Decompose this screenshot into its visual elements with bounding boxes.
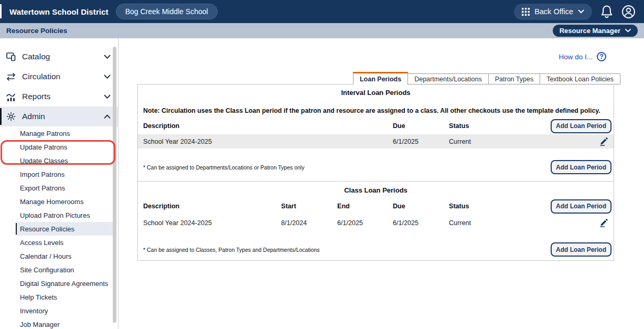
help-link[interactable]: How do I... ?	[559, 52, 606, 61]
column-description: Description	[143, 203, 281, 210]
sidebar-item-update-patrons[interactable]: Update Patrons	[16, 140, 114, 154]
sidebar-item-inventory[interactable]: Inventory	[16, 304, 114, 317]
add-loan-period-button[interactable]: Add Loan Period	[551, 160, 611, 174]
chevron-down-icon	[625, 29, 631, 33]
sub-item-label: Digital Signature Agreements	[20, 280, 108, 288]
column-description: Description	[143, 122, 393, 130]
tab-loan-periods[interactable]: Loan Periods	[353, 72, 408, 84]
class-footnote-row: * Can be assigned to Classes, Patron Typ…	[138, 242, 614, 257]
add-loan-period-button[interactable]: Add Loan Period	[551, 242, 611, 257]
back-office-label: Back Office	[534, 7, 573, 16]
cell-description: School Year 2024-2025	[143, 219, 281, 227]
sidebar-item-export-patrons[interactable]: Export Patrons	[16, 181, 114, 195]
cell-start: 8/1/2024	[281, 219, 337, 227]
left-edge-notch	[0, 4, 2, 18]
active-item-indicator	[16, 223, 17, 235]
sub-item-label: Upload Patron Pictures	[20, 211, 90, 219]
tab-patron-types[interactable]: Patron Types	[488, 73, 540, 84]
sidebar-item-label: Catalog	[22, 52, 50, 61]
tab-departments-locations[interactable]: Departments/Locations	[407, 73, 489, 84]
interval-table-header: Description Due Status Add Loan Period	[138, 119, 614, 133]
topbar-actions: Back Office	[514, 4, 636, 20]
sub-item-label: Export Patrons	[20, 184, 65, 192]
cell-description: School Year 2024-2025	[143, 138, 393, 145]
column-due: Due	[393, 122, 449, 130]
add-loan-period-button[interactable]: Add Loan Period	[551, 119, 611, 133]
cell-end: 6/1/2025	[337, 219, 393, 227]
sub-item-label: Import Patrons	[20, 171, 65, 178]
add-loan-period-button[interactable]: Add Loan Period	[551, 199, 611, 214]
sidebar-item-upload-patron-pictures[interactable]: Upload Patron Pictures	[16, 208, 114, 222]
back-office-dropdown[interactable]: Back Office	[514, 4, 592, 20]
sub-item-label: Job Manager	[20, 321, 60, 328]
chevron-up-icon	[104, 114, 111, 119]
sidebar-item-reports[interactable]: Reports	[0, 87, 118, 107]
gear-icon	[6, 112, 18, 121]
user-account-icon[interactable]	[621, 5, 636, 19]
column-status: Status	[449, 203, 561, 210]
sidebar-item-digital-signature-agreements[interactable]: Digital Signature Agreements	[16, 277, 114, 290]
notifications-bell-icon[interactable]	[600, 5, 613, 18]
chevron-down-icon	[578, 9, 584, 14]
column-status: Status	[449, 122, 561, 130]
cell-due: 6/1/2025	[393, 138, 449, 145]
chevron-down-icon	[104, 75, 111, 79]
sub-item-label: Update Patrons	[20, 143, 67, 151]
sidebar-item-circulation[interactable]: Circulation	[0, 67, 118, 87]
cell-status: Current	[449, 219, 561, 227]
loan-periods-panel: Interval Loan Periods Note: Circulation …	[137, 84, 614, 261]
main-content: How do I... ? Loan Periods Departments/L…	[119, 38, 644, 329]
sub-item-label: Resource Policies	[20, 225, 74, 233]
sub-item-label: Site Configuration	[20, 266, 74, 274]
role-selector-label: Resource Manager	[560, 27, 620, 35]
sidebar-item-job-manager[interactable]: Job Manager	[16, 317, 114, 329]
sub-item-label: Update Classes	[20, 157, 68, 165]
question-mark-icon: ?	[597, 52, 606, 61]
column-end: End	[337, 203, 393, 210]
edit-pencil-icon[interactable]	[599, 218, 608, 227]
sidebar-item-label: Reports	[22, 92, 50, 101]
sidebar-item-site-configuration[interactable]: Site Configuration	[16, 263, 114, 277]
sidebar-item-admin[interactable]: Admin	[0, 107, 118, 126]
interval-footnote-row: * Can be assigned to Departments/Locatio…	[138, 160, 614, 174]
tab-textbook-loan-policies[interactable]: Textbook Loan Policies	[540, 73, 620, 84]
class-table-header: Description Start End Due Status Add Loa…	[138, 199, 614, 214]
cell-status: Current	[449, 138, 561, 145]
reports-chart-icon	[6, 92, 18, 101]
class-table-row: School Year 2024-2025 8/1/2024 6/1/2025 …	[138, 216, 614, 230]
breadcrumb-bar: Resource Policies Resource Manager	[0, 23, 644, 38]
interval-table-row: School Year 2024-2025 6/1/2025 Current	[138, 134, 614, 148]
sub-item-label: Help Tickets	[20, 293, 57, 301]
column-start: Start	[281, 203, 337, 210]
sidebar-item-resource-policies[interactable]: Resource Policies	[16, 222, 114, 236]
sidebar-scrollbar-thumb[interactable]	[113, 47, 116, 323]
school-selector-pill[interactable]: Bog Creek Middle School	[116, 4, 218, 19]
sidebar-item-manage-homerooms[interactable]: Manage Homerooms	[16, 195, 114, 208]
sidebar-nav: Catalog Circulation	[0, 38, 119, 329]
sub-item-label: Manage Homerooms	[20, 198, 83, 206]
sidebar-item-catalog[interactable]: Catalog	[0, 47, 118, 67]
active-section-indicator	[0, 108, 2, 125]
help-link-label: How do I...	[559, 53, 593, 61]
sidebar-item-access-levels[interactable]: Access Levels	[16, 236, 114, 249]
sidebar-item-label: Circulation	[22, 72, 60, 81]
sidebar-item-update-classes[interactable]: Update Classes	[16, 154, 114, 167]
circulation-icon	[6, 73, 18, 81]
role-selector-dropdown[interactable]: Resource Manager	[553, 25, 638, 37]
district-name: Watertown School District	[9, 7, 109, 16]
edit-pencil-icon[interactable]	[599, 137, 608, 146]
sub-item-label: Inventory	[20, 307, 48, 315]
tab-strip: Loan Periods Departments/Locations Patro…	[353, 72, 620, 84]
chevron-down-icon	[104, 55, 111, 59]
sidebar-item-help-tickets[interactable]: Help Tickets	[16, 290, 114, 304]
sidebar-item-calendar-hours[interactable]: Calendar / Hours	[16, 249, 114, 263]
top-bar: Watertown School District Bog Creek Midd…	[0, 0, 644, 23]
section-divider	[138, 181, 614, 182]
interval-footnote: * Can be assigned to Departments/Locatio…	[143, 164, 304, 171]
sub-item-label: Access Levels	[20, 239, 63, 247]
sidebar-item-import-patrons[interactable]: Import Patrons	[16, 167, 114, 181]
chevron-down-icon	[104, 94, 111, 99]
interval-loan-periods-title: Interval Loan Periods	[138, 89, 614, 97]
page-title: Resource Policies	[6, 27, 67, 35]
sidebar-item-manage-patrons[interactable]: Manage Patrons	[16, 126, 114, 140]
